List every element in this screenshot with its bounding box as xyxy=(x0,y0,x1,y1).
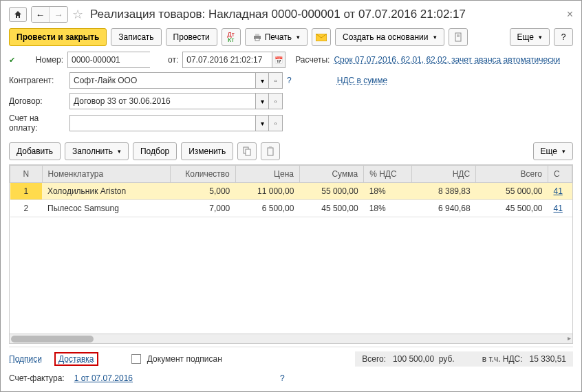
dropdown-icon[interactable]: ▾ xyxy=(255,93,269,109)
more-button[interactable]: Еще▾ xyxy=(510,28,550,46)
home-button[interactable] xyxy=(9,7,27,22)
table-more-button[interactable]: Еще▾ xyxy=(533,142,573,160)
col-price[interactable]: Цена xyxy=(235,166,299,183)
contragent-input[interactable]: Софт-Лайк ООО xyxy=(69,72,255,89)
col-vat[interactable]: НДС xyxy=(412,166,476,183)
svg-rect-4 xyxy=(455,33,461,41)
doc-signed-checkbox[interactable] xyxy=(131,354,141,364)
help-button[interactable]: ? xyxy=(554,28,573,46)
signatures-link[interactable]: Подписи xyxy=(9,354,42,364)
paste-button[interactable] xyxy=(261,142,280,160)
doc-signed-label: Документ подписан xyxy=(147,354,222,364)
open-icon[interactable]: ▫ xyxy=(269,115,283,131)
invoice-label: Счет на оплату: xyxy=(9,113,65,133)
post-close-button[interactable]: Провести и закрыть xyxy=(9,28,107,46)
invoice-input[interactable] xyxy=(69,115,255,131)
dropdown-icon[interactable]: ▾ xyxy=(255,72,269,89)
create-based-button[interactable]: Создать на основании▾ xyxy=(335,28,444,46)
settlements-link[interactable]: Срок 07.07.2016, 62.01, 62.02, зачет ава… xyxy=(334,55,560,65)
col-vat-pct[interactable]: % НДС xyxy=(364,166,412,183)
col-sum[interactable]: Сумма xyxy=(299,166,363,183)
print-button[interactable]: Печать▾ xyxy=(245,28,308,46)
forward-button: → xyxy=(50,7,67,22)
open-icon[interactable]: ▫ xyxy=(269,72,283,89)
contragent-label: Контрагент: xyxy=(9,76,65,85)
horizontal-scrollbar[interactable]: ▸ xyxy=(9,334,573,344)
items-table[interactable]: N Номенклатура Количество Цена Сумма % Н… xyxy=(10,165,572,217)
dt-kt-button[interactable]: ДтКт xyxy=(222,28,241,46)
svg-rect-10 xyxy=(269,146,272,149)
write-button[interactable]: Записать xyxy=(111,28,161,46)
fill-button[interactable]: Заполнить▾ xyxy=(65,142,129,160)
add-button[interactable]: Добавить xyxy=(9,142,61,160)
vat-value: 15 330,51 xyxy=(530,354,566,364)
contract-input[interactable]: Договор 33 от 30.06.2016 xyxy=(69,93,255,109)
change-button[interactable]: Изменить xyxy=(181,142,233,160)
col-last[interactable]: С xyxy=(548,166,572,183)
calendar-icon[interactable]: 📅 xyxy=(272,52,285,68)
svg-rect-2 xyxy=(255,39,259,41)
col-total[interactable]: Всего xyxy=(476,166,548,183)
delivery-link[interactable]: Доставка xyxy=(58,354,94,364)
open-icon[interactable]: ▫ xyxy=(269,93,283,109)
back-button[interactable]: ← xyxy=(32,7,50,22)
number-label: Номер: xyxy=(22,55,63,65)
table-row[interactable]: 2 Пылесос Samsung 7,000 6 500,00 45 500,… xyxy=(10,200,572,217)
settlements-label: Расчеты: xyxy=(295,55,330,65)
posted-icon: ✔ xyxy=(9,56,15,65)
help-icon[interactable]: ? xyxy=(280,373,285,383)
email-button[interactable] xyxy=(312,28,331,46)
number-input[interactable]: 0000-000001 xyxy=(67,52,150,68)
date-input[interactable]: 07.07.2016 21:02:17 xyxy=(182,52,272,68)
contract-label: Договор: xyxy=(9,96,65,106)
date-label: от: xyxy=(168,55,178,65)
page-title: Реализация товаров: Накладная 0000-00000… xyxy=(90,8,563,21)
invoice-link[interactable]: 1 от 07.07.2016 xyxy=(74,373,133,383)
svg-rect-9 xyxy=(268,148,273,155)
svg-rect-8 xyxy=(246,149,250,155)
select-button[interactable]: Подбор xyxy=(133,142,177,160)
vat-link[interactable]: НДС в сумме xyxy=(337,76,388,85)
invoice-footer-label: Счет-фактура: xyxy=(9,373,65,383)
post-button[interactable]: Провести xyxy=(166,28,217,46)
col-item[interactable]: Номенклатура xyxy=(42,166,170,183)
col-qty[interactable]: Количество xyxy=(170,166,235,183)
help-icon[interactable]: ? xyxy=(287,76,292,85)
attach-button[interactable] xyxy=(449,28,468,46)
close-icon[interactable]: × xyxy=(567,8,573,21)
total-value: 100 500,00 xyxy=(393,354,434,364)
table-row[interactable]: 1 Холодильник Ariston 5,000 11 000,00 55… xyxy=(10,183,572,200)
copy-button[interactable] xyxy=(237,142,257,160)
col-n[interactable]: N xyxy=(10,166,43,183)
svg-rect-1 xyxy=(255,34,259,36)
dropdown-icon[interactable]: ▾ xyxy=(255,115,269,131)
favorite-icon[interactable]: ☆ xyxy=(72,7,83,22)
